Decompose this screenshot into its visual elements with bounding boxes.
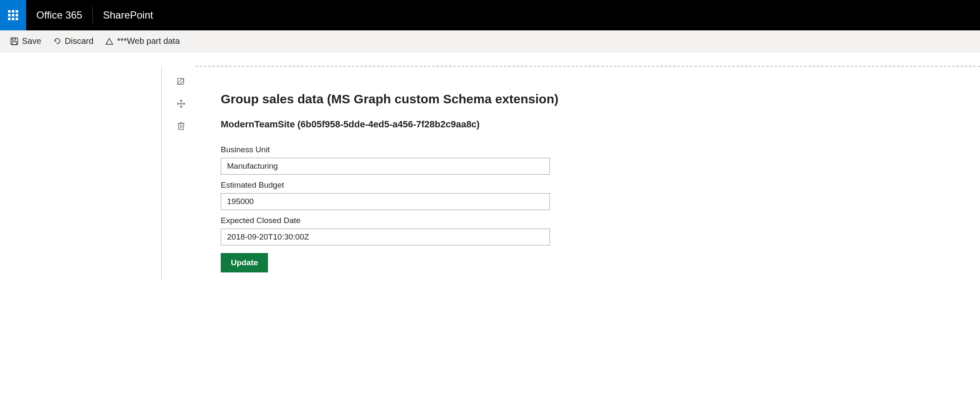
webpart-data-label: ***Web part data — [117, 36, 180, 46]
field-estimated-budget: Estimated Budget — [221, 180, 710, 210]
estimated-budget-input[interactable] — [221, 193, 550, 210]
webpart-subtitle: ModernTeamSite (6b05f958-5dde-4ed5-a456-… — [221, 119, 710, 130]
svg-marker-3 — [106, 38, 113, 44]
undo-icon — [53, 37, 62, 46]
svg-rect-1 — [12, 38, 16, 40]
page-zone: Group sales data (MS Graph custom Schema… — [0, 52, 980, 281]
svg-rect-7 — [179, 124, 184, 129]
command-bar: Save Discard ***Web part data — [0, 30, 980, 52]
delete-webpart-button[interactable] — [175, 120, 187, 132]
webpart-title: Group sales data (MS Graph custom Schema… — [221, 92, 710, 106]
edit-icon — [176, 77, 186, 86]
expected-closed-date-input[interactable] — [221, 229, 550, 245]
field-expected-closed-date: Expected Closed Date — [221, 216, 710, 245]
waffle-icon — [8, 10, 18, 20]
field-business-unit: Business Unit — [221, 145, 710, 175]
move-icon — [176, 99, 186, 108]
business-unit-label: Business Unit — [221, 145, 710, 154]
edit-webpart-button[interactable] — [175, 76, 187, 88]
move-webpart-button[interactable] — [175, 98, 187, 110]
webpart-content: Group sales data (MS Graph custom Schema… — [221, 67, 727, 281]
trash-icon — [176, 121, 186, 130]
save-button[interactable]: Save — [10, 36, 41, 46]
webpart-data-button[interactable]: ***Web part data — [105, 36, 180, 46]
save-icon — [10, 37, 19, 46]
suite-bar: Office 365 SharePoint — [0, 0, 980, 30]
update-button[interactable]: Update — [221, 253, 268, 272]
estimated-budget-label: Estimated Budget — [221, 180, 710, 190]
webpart-toolbar — [172, 76, 190, 132]
expected-closed-date-label: Expected Closed Date — [221, 216, 710, 225]
left-gutter — [0, 66, 161, 281]
app-launcher[interactable] — [0, 0, 26, 30]
discard-button[interactable]: Discard — [53, 36, 94, 46]
triangle-icon — [105, 37, 114, 46]
business-unit-input[interactable] — [221, 158, 550, 175]
brand-link[interactable]: Office 365 — [26, 0, 92, 30]
product-link[interactable]: SharePoint — [93, 0, 163, 30]
discard-label: Discard — [65, 36, 94, 46]
save-label: Save — [22, 36, 41, 46]
canvas: Group sales data (MS Graph custom Schema… — [161, 66, 980, 281]
svg-rect-2 — [12, 42, 16, 45]
